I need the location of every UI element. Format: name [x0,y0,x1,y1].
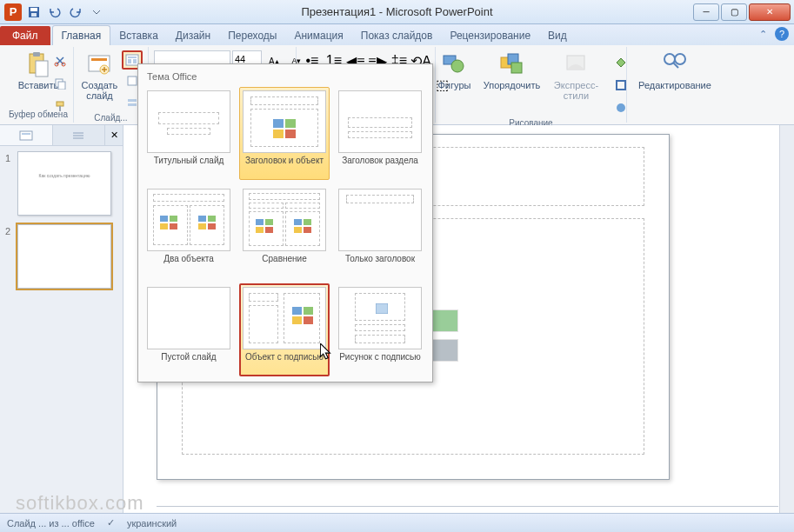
close-panel-button[interactable]: ✕ [105,125,123,145]
svg-point-23 [451,60,464,72]
svg-rect-20 [128,99,137,102]
redo-button[interactable] [66,3,85,22]
layout-content-caption[interactable]: Объект с подписью [239,283,330,376]
layout-title-content[interactable]: Заголовок и объект [239,87,330,180]
svg-rect-43 [198,223,206,229]
svg-rect-53 [292,307,302,315]
spellcheck-icon[interactable]: ✓ [107,517,115,529]
tab-design[interactable]: Дизайн [167,26,219,45]
format-painter-button[interactable] [50,96,70,116]
language-status[interactable]: украинский [127,518,177,529]
tab-animation[interactable]: Анимация [285,26,351,45]
svg-rect-39 [160,223,168,229]
gallery-theme-title: Тема Office [143,70,427,87]
mouse-cursor [320,343,332,361]
new-slide-button[interactable]: Создать слайд [78,49,120,103]
insert-media-icon[interactable] [432,339,458,362]
layout-label: Только заголовок [345,254,415,275]
layout-title-slide[interactable]: Титульный слайд [143,87,234,180]
svg-rect-33 [273,119,284,128]
help-icon[interactable]: ? [775,27,789,41]
app-menu-button[interactable]: P [3,3,23,22]
close-button[interactable]: ✕ [749,3,791,21]
svg-rect-4 [33,52,40,57]
copy-button[interactable] [50,74,70,93]
svg-rect-13 [91,58,107,61]
layout-label: Объект с подписью [245,352,324,373]
quick-styles-button[interactable]: Экспресс-стили [544,49,607,118]
svg-rect-40 [170,223,177,229]
svg-rect-54 [304,307,313,315]
slide-thumbnail-2[interactable] [17,224,111,289]
svg-rect-34 [285,119,296,128]
shapes-button[interactable]: Фигуры [430,49,478,118]
layout-label: Рисунок с подписью [339,352,421,373]
quick-access-toolbar: P [3,3,106,22]
insert-smartart-icon[interactable] [432,309,458,332]
cut-button[interactable] [50,51,70,70]
svg-rect-2 [31,13,37,17]
slides-group-label: Слайд... [94,113,127,124]
svg-rect-41 [198,216,206,222]
layout-gallery: Тема Office Титульный слайд Заголовок и … [137,63,433,382]
tab-view[interactable]: Вид [539,26,576,45]
layout-comparison[interactable]: Сравнение [239,185,330,278]
arrange-button[interactable]: Упорядочить [482,49,541,118]
editing-button[interactable]: Редактирование [633,49,717,92]
save-button[interactable] [24,3,43,22]
layout-two-content[interactable]: Два объекта [143,185,234,278]
slide-number: 1 [5,151,17,216]
svg-rect-42 [208,216,216,222]
svg-rect-59 [22,133,30,135]
tab-review[interactable]: Рецензирование [441,26,539,45]
svg-rect-48 [265,227,273,233]
slide-thumbnails: 1 Как создать презентацию 2 [0,146,123,303]
tab-slideshow[interactable]: Показ слайдов [352,26,442,45]
slide-panel: ✕ 1 Как создать презентацию 2 [0,125,123,513]
layout-title-only[interactable]: Только заголовок [335,185,425,278]
powerpoint-icon: P [4,3,22,21]
svg-rect-26 [511,63,522,73]
layout-picture-caption[interactable]: Рисунок с подписью [335,283,425,376]
undo-button[interactable] [45,3,64,22]
minimize-ribbon-icon[interactable]: ⌃ [756,27,770,41]
slide-thumbnail-1[interactable]: Как создать презентацию [17,151,111,216]
group-editing: Редактирование [627,47,723,123]
arrange-label: Упорядочить [484,80,540,90]
group-clipboard: Вставить Буфер обмена [3,47,74,123]
svg-rect-19 [128,76,137,85]
ribbon-tabs: Файл Главная Вставка Дизайн Переходы Ани… [0,24,794,45]
shapes-label: Фигуры [437,80,470,90]
tab-transitions[interactable]: Переходы [219,26,285,45]
slide-number: 2 [5,224,17,289]
vertical-scrollbar[interactable] [779,125,794,513]
svg-rect-18 [133,59,137,63]
svg-rect-10 [57,102,63,106]
svg-rect-5 [36,61,48,76]
layout-blank[interactable]: Пустой слайд [143,283,234,376]
tab-file[interactable]: Файл [0,26,50,45]
svg-rect-57 [376,303,388,314]
svg-rect-56 [304,316,313,324]
slides-tab[interactable] [0,125,53,145]
title-bar: P Презентация1 - Microsoft PowerPoint ─ … [0,0,794,24]
svg-rect-38 [170,216,177,222]
quick-styles-label: Экспресс-стили [546,80,605,101]
maximize-button[interactable]: ▢ [721,3,747,21]
svg-rect-47 [256,227,264,233]
svg-rect-55 [292,316,302,324]
new-slide-label: Создать слайд [80,80,118,101]
outline-tab[interactable] [53,125,106,145]
svg-rect-45 [256,219,264,225]
layout-label: Пустой слайд [161,352,216,373]
svg-rect-49 [294,219,302,225]
layout-label: Сравнение [262,254,306,275]
tab-home[interactable]: Главная [52,25,111,45]
layout-label: Заголовок и объект [245,156,324,176]
layout-section-header[interactable]: Заголовок раздела [335,87,425,180]
qat-customize-button[interactable] [87,3,106,22]
window-controls: ─ ▢ ✕ [691,3,791,21]
minimize-button[interactable]: ─ [693,3,719,21]
svg-rect-17 [128,59,131,63]
tab-insert[interactable]: Вставка [110,26,167,45]
